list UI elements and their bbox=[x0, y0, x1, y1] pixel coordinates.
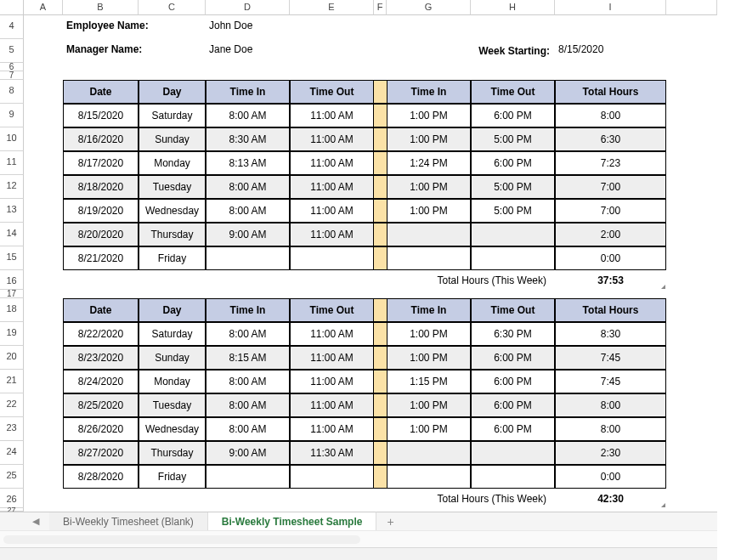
week2-total-value[interactable]: 42:30 bbox=[555, 489, 666, 508]
w2-tin2-0[interactable]: 1:00 PM bbox=[387, 322, 471, 346]
w1-tout1-2[interactable]: 11:00 AM bbox=[290, 151, 374, 175]
w2-tout2-4[interactable]: 6:00 PM bbox=[471, 417, 555, 441]
manager-name-value[interactable]: Jane Doe bbox=[206, 39, 374, 63]
w1-day-2[interactable]: Monday bbox=[139, 151, 206, 175]
w1-date-2[interactable]: 8/17/2020 bbox=[63, 151, 139, 175]
w2-tin1-4[interactable]: 8:00 AM bbox=[206, 417, 290, 441]
w2-day-3[interactable]: Tuesday bbox=[139, 393, 206, 417]
w1-tout1-0[interactable]: 11:00 AM bbox=[290, 104, 374, 127]
w1-tin1-3[interactable]: 8:00 AM bbox=[206, 175, 290, 199]
row-head-14[interactable]: 14 bbox=[0, 223, 24, 246]
w1-day-4[interactable]: Wednesday bbox=[139, 199, 206, 223]
w1-total-1[interactable]: 6:30 bbox=[555, 127, 666, 151]
row-head-7[interactable]: 7 bbox=[0, 71, 24, 80]
w1-date-4[interactable]: 8/19/2020 bbox=[63, 199, 139, 223]
row-head-18[interactable]: 18 bbox=[0, 298, 24, 322]
w2-tout1-1[interactable]: 11:00 AM bbox=[290, 346, 374, 370]
w2-total-6[interactable]: 0:00 bbox=[555, 465, 666, 489]
w2-tin1-3[interactable]: 8:00 AM bbox=[206, 393, 290, 417]
w2-total-3[interactable]: 8:00 bbox=[555, 393, 666, 417]
w1-total-2[interactable]: 7:23 bbox=[555, 151, 666, 175]
w1-date-3[interactable]: 8/18/2020 bbox=[63, 175, 139, 199]
w1-date-5[interactable]: 8/20/2020 bbox=[63, 223, 139, 246]
tab-blank[interactable]: Bi-Weekly Timesheet (Blank) bbox=[49, 512, 208, 531]
w2-tout1-6[interactable] bbox=[290, 465, 374, 489]
tab-sample[interactable]: Bi-Weekly Timesheet Sample bbox=[208, 512, 377, 531]
w1-tin2-4[interactable]: 1:00 PM bbox=[387, 199, 471, 223]
col-head-H[interactable]: H bbox=[471, 0, 555, 15]
add-sheet-button[interactable]: + bbox=[376, 512, 404, 532]
w1-tout1-6[interactable] bbox=[290, 246, 374, 270]
row-head-15[interactable]: 15 bbox=[0, 246, 24, 270]
w2-day-4[interactable]: Wednesday bbox=[139, 417, 206, 441]
w1-date-1[interactable]: 8/16/2020 bbox=[63, 127, 139, 151]
col-head-G[interactable]: G bbox=[387, 0, 471, 15]
row-head-5[interactable]: 5 bbox=[0, 39, 24, 63]
w1-tout1-1[interactable]: 11:00 AM bbox=[290, 127, 374, 151]
w2-tout2-2[interactable]: 6:00 PM bbox=[471, 370, 555, 393]
w2-tout1-5[interactable]: 11:30 AM bbox=[290, 441, 374, 465]
w1-tin2-2[interactable]: 1:24 PM bbox=[387, 151, 471, 175]
w1-tin2-6[interactable] bbox=[387, 246, 471, 270]
w1-tin1-0[interactable]: 8:00 AM bbox=[206, 104, 290, 127]
row-head-8[interactable]: 8 bbox=[0, 80, 24, 104]
w2-day-2[interactable]: Monday bbox=[139, 370, 206, 393]
w2-date-6[interactable]: 8/28/2020 bbox=[63, 465, 139, 489]
w1-tin2-1[interactable]: 1:00 PM bbox=[387, 127, 471, 151]
row-head-16[interactable]: 16 bbox=[0, 270, 24, 290]
row-head-12[interactable]: 12 bbox=[0, 175, 24, 199]
row-head-4[interactable]: 4 bbox=[0, 15, 24, 39]
w1-tin2-3[interactable]: 1:00 PM bbox=[387, 175, 471, 199]
w2-date-1[interactable]: 8/23/2020 bbox=[63, 346, 139, 370]
w2-tin1-1[interactable]: 8:15 AM bbox=[206, 346, 290, 370]
w1-total-0[interactable]: 8:00 bbox=[555, 104, 666, 127]
tab-nav-prev-icon[interactable]: ◀ bbox=[31, 517, 41, 527]
w2-tout1-2[interactable]: 11:00 AM bbox=[290, 370, 374, 393]
row-head-25[interactable]: 25 bbox=[0, 465, 24, 489]
col-head-F[interactable]: F bbox=[374, 0, 387, 15]
w2-tin2-2[interactable]: 1:15 PM bbox=[387, 370, 471, 393]
col-head-I[interactable]: I bbox=[555, 0, 666, 15]
w1-tout1-5[interactable]: 11:00 AM bbox=[290, 223, 374, 246]
col-head-extra[interactable] bbox=[666, 0, 717, 15]
w2-tout2-0[interactable]: 6:30 PM bbox=[471, 322, 555, 346]
w2-date-2[interactable]: 8/24/2020 bbox=[63, 370, 139, 393]
col-head-D[interactable]: D bbox=[206, 0, 290, 15]
w2-day-0[interactable]: Saturday bbox=[139, 322, 206, 346]
w2-total-0[interactable]: 8:30 bbox=[555, 322, 666, 346]
row-head-10[interactable]: 10 bbox=[0, 127, 24, 151]
w2-tout2-5[interactable] bbox=[471, 441, 555, 465]
w1-tin1-1[interactable]: 8:30 AM bbox=[206, 127, 290, 151]
row-head-20[interactable]: 20 bbox=[0, 346, 24, 370]
w2-date-4[interactable]: 8/26/2020 bbox=[63, 417, 139, 441]
w1-tout1-4[interactable]: 11:00 AM bbox=[290, 199, 374, 223]
w2-tout1-3[interactable]: 11:00 AM bbox=[290, 393, 374, 417]
w1-tin2-0[interactable]: 1:00 PM bbox=[387, 104, 471, 127]
w2-total-2[interactable]: 7:45 bbox=[555, 370, 666, 393]
w1-date-0[interactable]: 8/15/2020 bbox=[63, 104, 139, 127]
w1-tout2-5[interactable] bbox=[471, 223, 555, 246]
w1-tout2-3[interactable]: 5:00 PM bbox=[471, 175, 555, 199]
w1-tout1-3[interactable]: 11:00 AM bbox=[290, 175, 374, 199]
w2-tin2-6[interactable] bbox=[387, 465, 471, 489]
w1-total-5[interactable]: 2:00 bbox=[555, 223, 666, 246]
w2-tout2-1[interactable]: 6:00 PM bbox=[471, 346, 555, 370]
w2-tin1-0[interactable]: 8:00 AM bbox=[206, 322, 290, 346]
row-head-19[interactable]: 19 bbox=[0, 322, 24, 346]
week1-total-value[interactable]: 37:53 bbox=[555, 270, 666, 290]
row-head-17[interactable]: 17 bbox=[0, 290, 24, 298]
col-head-C[interactable]: C bbox=[139, 0, 206, 15]
col-head-A[interactable]: A bbox=[24, 0, 63, 15]
col-head-B[interactable]: B bbox=[63, 0, 139, 15]
w1-tin1-6[interactable] bbox=[206, 246, 290, 270]
w2-tin2-1[interactable]: 1:00 PM bbox=[387, 346, 471, 370]
w2-tin2-5[interactable] bbox=[387, 441, 471, 465]
row-head-11[interactable]: 11 bbox=[0, 151, 24, 175]
w1-total-3[interactable]: 7:00 bbox=[555, 175, 666, 199]
w2-tin1-5[interactable]: 9:00 AM bbox=[206, 441, 290, 465]
w1-tout2-2[interactable]: 6:00 PM bbox=[471, 151, 555, 175]
employee-name-value[interactable]: John Doe bbox=[206, 15, 374, 39]
w1-tin1-2[interactable]: 8:13 AM bbox=[206, 151, 290, 175]
w2-date-3[interactable]: 8/25/2020 bbox=[63, 393, 139, 417]
w2-tin1-2[interactable]: 8:00 AM bbox=[206, 370, 290, 393]
